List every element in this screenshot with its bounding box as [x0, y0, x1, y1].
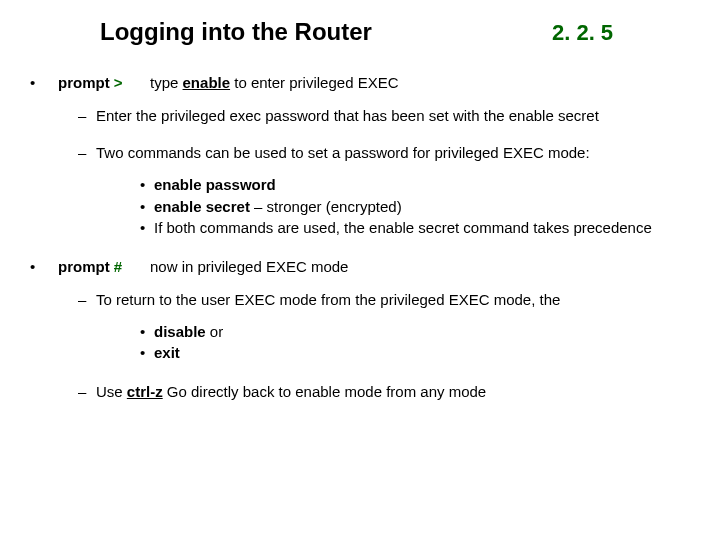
bullet-icon: • [30, 74, 58, 91]
prompt-symbol: > [114, 74, 123, 91]
slide-header: Logging into the Router 2. 2. 5 [100, 18, 690, 46]
list-item: disable or [140, 322, 690, 342]
bullet-list-level1: • prompt > type enable to enter privileg… [30, 74, 690, 400]
bullet-list-level2: Enter the privileged exec password that … [78, 107, 690, 238]
bullet-list-level2: To return to the user EXEC mode from the… [78, 291, 690, 400]
prompt-symbol: # [114, 258, 122, 275]
bullet-list-level3: enable password enable secret – stronger… [140, 175, 690, 238]
list-item: enable password [140, 175, 690, 195]
section-number: 2. 2. 5 [552, 20, 613, 46]
prompt-label: prompt # [58, 258, 150, 275]
bullet-icon: • [30, 258, 58, 275]
list-item: Enter the privileged exec password that … [78, 107, 690, 124]
bullet-list-level3: disable or exit [140, 322, 690, 363]
list-item: If both commands are used, the enable se… [140, 218, 690, 238]
list-item: exit [140, 343, 690, 363]
list-item: Use ctrl-z Go directly back to enable mo… [78, 383, 690, 400]
list-item: To return to the user EXEC mode from the… [78, 291, 690, 363]
slide-title: Logging into the Router [100, 18, 372, 46]
prompt-description: now in privileged EXEC mode [150, 258, 690, 275]
prompt-description: type enable to enter privileged EXEC [150, 74, 690, 91]
list-item: enable secret – stronger (encrypted) [140, 197, 690, 217]
list-item: Two commands can be used to set a passwo… [78, 144, 690, 238]
list-item: • prompt > type enable to enter privileg… [30, 74, 690, 238]
prompt-label: prompt > [58, 74, 150, 91]
list-item: • prompt # now in privileged EXEC mode T… [30, 258, 690, 400]
